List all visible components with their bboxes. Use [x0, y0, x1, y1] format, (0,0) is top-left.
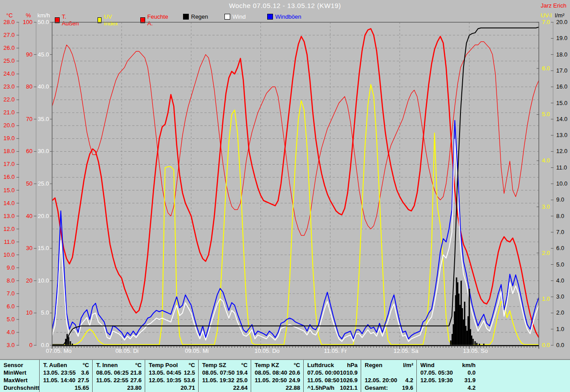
rain-bar: [452, 334, 453, 345]
rain-bar: [457, 282, 458, 345]
tick-label-uv: 4.0: [542, 157, 550, 164]
table-cell-value: 27.6: [130, 376, 142, 384]
tick-label-lm2: 9.0: [556, 196, 564, 203]
tick-label-lm2: 2.0: [556, 309, 564, 316]
table-cell-value: 0.0: [468, 369, 476, 376]
table-cell-value: 4.2: [468, 384, 476, 392]
rain-bar: [468, 316, 469, 345]
rain-bar: [453, 324, 454, 345]
tick-label-lm2: 18.0: [556, 51, 567, 58]
table-cell-value: °C: [241, 361, 248, 369]
table-cell-value: 27.5: [78, 376, 89, 384]
tick-label-percent: 100: [23, 19, 33, 25]
tick-label-uv: 2.0: [542, 250, 550, 256]
tick-label-tempC: 28.0: [4, 19, 15, 25]
tick-label-tempC: 9.0: [7, 264, 15, 271]
table-column-temp-kz: Temp KZ°C08.05. 08:4020.611.05. 20:5024.…: [251, 360, 304, 392]
rain-bar: [468, 289, 470, 345]
table-cell-value: 15.65: [74, 384, 89, 392]
table-cell: Temp Pool: [149, 361, 178, 369]
rain-bar: [474, 341, 476, 345]
table-cell: 08.05. 06:25: [96, 369, 129, 376]
rain-bar: [465, 326, 467, 345]
table-cell: 12.05. 19:30: [420, 376, 453, 384]
tick-label-tempC: 17.0: [4, 161, 15, 167]
rain-bar: [65, 339, 66, 346]
tick-label-kmh: 10.0: [38, 277, 49, 284]
table-cell: Durchschnitt: [4, 384, 39, 392]
tick-label-lm2: 17.0: [556, 67, 567, 74]
table-cell: Luftdruck: [307, 361, 334, 369]
rain-bar: [450, 340, 452, 345]
tick-label-uv: 3.0: [542, 203, 550, 210]
rain-bar: [463, 319, 464, 345]
table-cell-value: 4.2: [405, 376, 413, 384]
tick-label-lm2: 8.0: [556, 213, 564, 219]
table-cell-value: 20.71: [180, 384, 195, 392]
tick-label-lm2: 14.0: [556, 116, 567, 122]
tick-label-lm2: 3.0: [556, 293, 564, 300]
tick-label-percent: 80: [26, 83, 33, 90]
table-cell-value: 23.80: [127, 384, 142, 392]
tick-label-lm2: 0.0: [556, 342, 564, 348]
table-cell-value: 22.88: [285, 384, 300, 392]
rain-bar: [471, 335, 472, 345]
tick-label-tempC: 20.0: [4, 122, 15, 129]
tick-label-tempC: 16.0: [4, 174, 15, 180]
table-cell: 07.05. 05:30: [420, 369, 453, 376]
weather-station-chart-window: Woche 07.05.12 - 13.05.12 (KW19) Jarz Er…: [0, 0, 570, 392]
x-axis-label-day: 12.05. Sa: [394, 348, 419, 354]
series-wind: [52, 139, 539, 342]
tick-label-lm2: 20.0: [556, 19, 567, 25]
tick-label-kmh: 50.0: [38, 19, 49, 25]
weather-plot-svg: 28.027.026.025.024.023.022.021.020.019.0…: [0, 0, 570, 359]
tick-label-uv: 1.0: [542, 295, 550, 302]
x-axis-label-day: 13.05. So: [463, 348, 488, 354]
tick-label-kmh: 5.0: [41, 309, 49, 316]
table-cell: 08.05. 08:40: [255, 369, 287, 376]
rain-bar: [470, 329, 471, 345]
tick-label-lm2: 16.0: [556, 83, 567, 90]
tick-label-lm2: 11.0: [556, 164, 567, 171]
table-cell: 13.05. 04:45: [149, 369, 181, 376]
table-column-temp-pool: Temp Pool°C13.05. 04:4512.512.05. 10:355…: [145, 360, 199, 392]
tick-label-tempC: 25.0: [4, 57, 15, 64]
table-column-t-innen: T. Innen°C08.05. 06:2521.811.05. 22:5527…: [92, 360, 145, 392]
tick-label-lm2: 6.0: [556, 245, 564, 251]
tick-label-percent: 0: [29, 342, 33, 348]
tick-label-lm2: 13.0: [556, 132, 567, 138]
tick-label-tempC: 14.0: [4, 200, 15, 206]
table-cell: 12.05. 10:35: [149, 376, 181, 384]
table-cell-value: 1026.9: [340, 376, 358, 384]
tick-label-tempC: 4.0: [7, 329, 15, 335]
tick-label-tempC: 15.0: [4, 187, 15, 194]
table-cell-value: l/m²: [403, 361, 413, 369]
tick-label-percent: 90: [26, 51, 33, 58]
table-cell-value: 20.6: [289, 369, 300, 376]
table-cell: 11.05. 19:32: [202, 376, 234, 384]
rain-bar: [70, 341, 71, 345]
table-cell: Temp KZ: [255, 361, 279, 369]
table-cell-value: 22.64: [233, 384, 248, 392]
table-cell: 11.05. 22:55: [96, 376, 128, 384]
rain-bar: [456, 278, 457, 346]
table-cell-value: hPa: [347, 361, 358, 369]
tick-label-lm2: 1.0: [556, 326, 564, 332]
table-cell: 12.05. 20:00: [365, 376, 397, 384]
table-column-temp-sz: Temp SZ°C08.05. 07:5019.411.05. 19:3225.…: [198, 360, 251, 392]
table-cell: 07.05. 00:00: [307, 369, 340, 376]
tick-label-tempC: 6.0: [7, 303, 15, 310]
tick-label-tempC: 22.0: [4, 96, 15, 103]
table-column-regen: Regenl/m²12.05. 20:004.2Gesamt:19.6: [361, 360, 417, 392]
table-cell-value: 24.9: [289, 376, 300, 384]
table-cell-value: 19.4: [236, 369, 248, 376]
x-axis-label-day: 10.05. Do: [254, 348, 279, 354]
tick-label-tempC: 21.0: [4, 109, 15, 116]
tick-label-uv: 7.0: [542, 19, 550, 25]
table-cell: T. Außen: [43, 361, 67, 369]
tick-label-lm2: 7.0: [556, 229, 564, 235]
tick-label-tempC: 24.0: [4, 70, 15, 77]
tick-label-percent: 40: [26, 213, 33, 219]
table-cell: 11.05. 20:50: [255, 376, 287, 384]
rain-bar: [454, 311, 455, 345]
